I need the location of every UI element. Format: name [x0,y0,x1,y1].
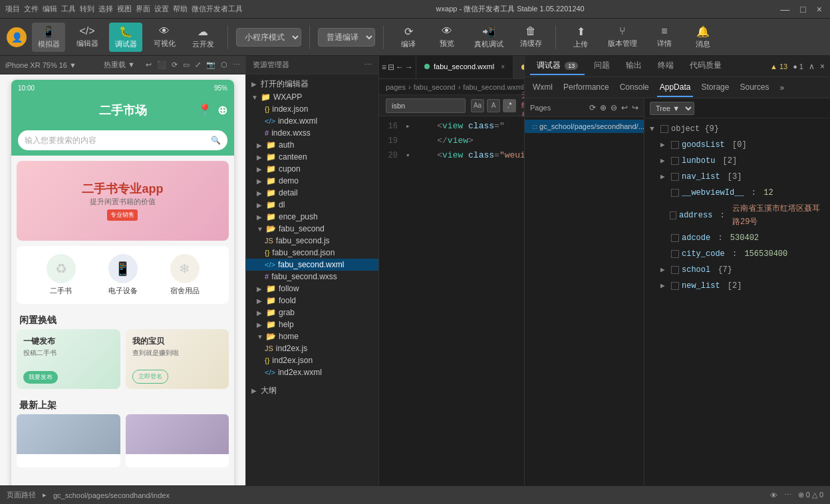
compile-select[interactable]: 普通编译 [318,28,375,47]
subtab-performance[interactable]: Performance [561,78,612,97]
device-select[interactable]: iPhone XR 75% 16 ▼ [5,61,76,69]
match-case-btn[interactable]: Aa [471,99,484,112]
file-ind2ex-js[interactable]: JS ind2ex.js [246,342,378,354]
devtools-close-icon[interactable]: × [820,62,825,71]
file-fabu-second-wxml[interactable]: </> fabu_second.wxml [246,259,378,271]
row-checkbox[interactable] [671,282,679,290]
menu-item-devtools[interactable]: 微信开发者工具 [192,4,243,14]
refresh-icon[interactable]: ⟳ [589,103,596,112]
folder-detail[interactable]: ▶ 📁 detail [246,187,378,199]
share-icon[interactable]: ⬡ [221,61,227,69]
row-checkbox[interactable] [671,189,679,197]
subtab-wxml[interactable]: Wxml [530,78,555,97]
row-checkbox[interactable] [671,173,679,181]
menu-item-project[interactable]: 项目 [5,4,20,14]
row-checkbox[interactable] [660,125,668,133]
debugger-button[interactable]: 🐛 调试器 [109,23,142,52]
detail-button[interactable]: ≡ 详情 [648,23,681,51]
file-index-json[interactable]: {} index.json [246,103,378,115]
phone-search-input[interactable]: 输入您要搜索的内容 🔍 [18,130,227,150]
data-root[interactable]: ▼ object {9} [644,121,830,137]
realtest-button[interactable]: 📲 真机调试 [469,23,509,52]
viewport-icon[interactable]: ▭ [183,61,190,69]
promo1-btn[interactable]: 我要发布 [23,371,58,384]
devtools-tab-quality[interactable]: 代码质量 [683,57,728,75]
expand-icon[interactable]: ▶ [660,138,668,152]
folder-ence-push[interactable]: ▶ 📁 ence_push [246,211,378,223]
fold-arrow[interactable]: ▾ [406,148,416,163]
data-lunbotu[interactable]: ▶ lunbotu [2] [644,153,830,169]
promo-mybaby[interactable]: 我的宝贝 查到就是赚到啦 立即登名 [126,329,229,389]
data-newlist[interactable]: ▶ new_list [2] [644,278,830,294]
scan-icon[interactable]: ⊕ [217,103,227,118]
outline-section[interactable]: ▶ 大纲 [246,384,378,398]
hotreload-button[interactable]: 热重载 ▼ [104,60,135,70]
promo-publish[interactable]: 一键发布 投稿二手书 我要发布 [17,329,120,389]
visual-button[interactable]: 👁 可视化 [148,23,181,51]
folder-demo[interactable]: ▶ 📁 demo [246,175,378,187]
tab-close-icon[interactable]: × [501,63,505,70]
add-icon[interactable]: ⊕ [600,103,607,112]
row-checkbox[interactable] [671,266,679,274]
code-editor[interactable]: 16 ▸ <view class=" 19 </view> 20 ▾ <view… [379,116,524,485]
editor-search-input[interactable] [386,98,466,113]
folder-foold[interactable]: ▶ 📁 foold [246,295,378,307]
menu-item-select[interactable]: 选择 [98,4,113,14]
back-icon[interactable]: ↩ [621,103,628,112]
file-fabu-second-wxss[interactable]: # fabu_second.wxss [246,271,378,283]
data-school[interactable]: ▶ school {7} [644,262,830,278]
more-icon[interactable]: ⋯ [233,61,240,69]
expand-icon[interactable]: ▶ [660,170,668,184]
stop-icon[interactable]: ⬛ [157,61,166,69]
mode-select[interactable]: 小程序模式 [236,28,301,47]
fold-arrow[interactable]: ▸ [406,119,416,134]
maximize-button[interactable]: □ [797,4,808,15]
file-ind2ex-json[interactable]: {} ind2ex.json [246,354,378,366]
back-icon[interactable]: ↩ [146,61,152,69]
devtools-tab-terminal[interactable]: 终端 [651,57,680,75]
subtab-appdata[interactable]: AppData [657,78,694,97]
folder-follow[interactable]: ▶ 📁 follow [246,283,378,295]
row-checkbox[interactable] [670,211,676,219]
expand-icon[interactable]: ⤢ [195,61,201,69]
version-button[interactable]: ⑂ 版本管理 [603,23,642,51]
file-index-wxss[interactable]: # index.wxss [246,127,378,139]
regex-btn[interactable]: .* [503,99,516,112]
tab-cate-js[interactable]: cate.js × [513,56,524,78]
row-checkbox[interactable] [671,234,679,242]
minimize-button[interactable]: — [777,4,792,15]
forward-icon[interactable]: ↪ [632,103,638,112]
menu-item-settings[interactable]: 设置 [154,4,169,14]
devtools-tab-output[interactable]: 输出 [619,57,648,75]
notification-button[interactable]: 🔔 消息 [686,23,720,52]
page-item-secondhand[interactable]: □ gc_school/pages/secondhand/... [525,120,644,133]
file-index-wxml[interactable]: </> index.wxml [246,115,378,127]
folder-grab[interactable]: ▶ 📁 grab [246,307,378,318]
menu-item-edit[interactable]: 编辑 [43,4,57,14]
data-navlist[interactable]: ▶ nav_list [3] [644,169,830,185]
subtab-sources[interactable]: Sources [737,78,771,97]
folder-fabu-second[interactable]: ▼ 📂 fabu_second [246,223,378,235]
expand-icon[interactable]: ▶ [660,279,668,293]
folder-canteen[interactable]: ▶ 📁 canteen [246,151,378,163]
item-card-1[interactable] [17,414,120,467]
category-dorm[interactable]: ❄ 宿舍用品 [170,254,200,296]
tab-fabu-second-wxml[interactable]: fabu_second.wxml × [416,56,513,78]
category-books[interactable]: ♻ 二手书 [47,254,76,296]
phone-banner[interactable]: 二手书专业app 提升闲置书籍的价值 专业销售 [17,161,229,241]
file-fabu-second-js[interactable]: JS fabu_second.js [246,235,378,247]
tab-back-icon[interactable]: ← [396,63,404,72]
folder-home[interactable]: ▼ 📂 home [246,330,378,342]
item-card-2[interactable] [126,414,229,467]
upload-button[interactable]: ⬆ 上传 [564,23,597,52]
view-mode-select[interactable]: Tree ▼ [650,102,694,115]
compile-button[interactable]: ⟳ 编译 [392,23,425,52]
menu-item-goto[interactable]: 转到 [80,4,94,14]
preview-button[interactable]: 👁 预览 [430,23,464,51]
close-button[interactable]: × [814,4,825,15]
cache-button[interactable]: 🗑 清缓存 [514,23,547,51]
file-fabu-second-json[interactable]: {} fabu_second.json [246,247,378,259]
row-checkbox[interactable] [671,157,679,165]
subtab-console[interactable]: Console [617,78,652,97]
menu-item-help[interactable]: 帮助 [173,4,188,14]
